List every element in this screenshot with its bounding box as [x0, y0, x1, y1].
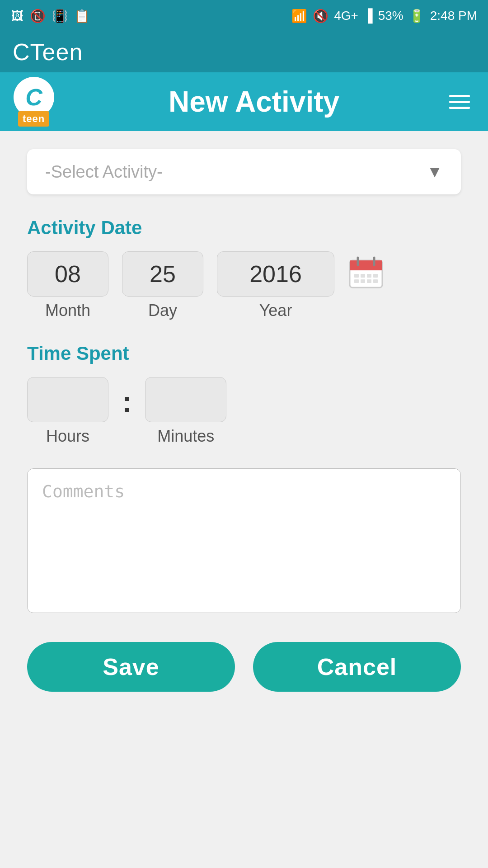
cancel-button[interactable]: Cancel [253, 642, 461, 692]
svg-rect-6 [361, 274, 365, 278]
activity-date-section: Activity Date 08 Month 25 Day 2016 [27, 217, 461, 320]
hours-input[interactable] [27, 377, 108, 422]
hours-field: Hours [27, 377, 108, 446]
svg-rect-11 [367, 279, 371, 283]
minutes-label: Minutes [157, 427, 214, 446]
chevron-down-icon: ▼ [427, 162, 443, 181]
svg-rect-2 [350, 268, 382, 270]
day-value: 25 [150, 260, 176, 288]
menu-line-2 [449, 101, 470, 103]
minutes-input[interactable] [145, 377, 226, 422]
year-input[interactable]: 2016 [217, 251, 334, 297]
year-label: Year [259, 301, 292, 320]
year-value: 2016 [249, 260, 302, 288]
svg-rect-9 [354, 279, 359, 283]
year-field: 2016 Year [217, 251, 334, 320]
menu-button[interactable] [445, 90, 474, 113]
svg-rect-7 [367, 274, 371, 278]
menu-line-3 [449, 107, 470, 109]
calendar-button[interactable] [348, 255, 384, 293]
page-header: C teen New Activity [0, 72, 488, 131]
day-field: 25 Day [122, 251, 203, 320]
month-label: Month [45, 301, 90, 320]
minutes-field: Minutes [145, 377, 226, 446]
save-button[interactable]: Save [27, 642, 235, 692]
battery-level: 53% [378, 9, 404, 23]
month-value: 08 [55, 260, 81, 288]
status-icons: 🖼 📵 📳 📋 [11, 9, 90, 24]
battery-icon: 🔋 [409, 9, 425, 24]
logo: C teen [14, 77, 63, 127]
hours-label: Hours [46, 427, 89, 446]
comments-section [27, 468, 461, 615]
call-icon: 📵 [30, 9, 46, 24]
select-activity-dropdown[interactable]: -Select Activity- ▼ [27, 149, 461, 194]
date-fields: 08 Month 25 Day 2016 Year [27, 251, 461, 320]
status-bar: 🖼 📵 📳 📋 📶 🔇 4G+ ▐ 53% 🔋 2:48 PM [0, 0, 488, 32]
svg-rect-8 [373, 274, 378, 278]
logo-letter: C [25, 84, 42, 111]
mute-icon: 🔇 [313, 9, 328, 24]
app-bar: CTeen [0, 32, 488, 72]
page-title: New Activity [63, 85, 445, 118]
signal-icon: ▐ [364, 9, 373, 23]
main-content: -Select Activity- ▼ Activity Date 08 Mon… [0, 131, 488, 868]
time-spent-label: Time Spent [27, 343, 461, 364]
time-fields: Hours : Minutes [27, 377, 461, 446]
month-field: 08 Month [27, 251, 108, 320]
status-right: 📶 🔇 4G+ ▐ 53% 🔋 2:48 PM [291, 9, 477, 24]
nfc-icon: 📶 [291, 9, 307, 24]
comments-textarea[interactable] [27, 468, 461, 613]
time-separator: : [117, 385, 136, 419]
time-spent-section: Time Spent Hours : Minutes [27, 343, 461, 446]
app-title: CTeen [13, 38, 83, 66]
menu-line-1 [449, 95, 470, 97]
day-input[interactable]: 25 [122, 251, 203, 297]
network-icon: 4G+ [334, 9, 358, 23]
clipboard-icon: 📋 [74, 9, 90, 24]
svg-rect-5 [354, 274, 359, 278]
clock: 2:48 PM [430, 9, 477, 23]
logo-badge: teen [18, 111, 49, 127]
voicemail-icon: 📳 [52, 9, 68, 24]
photo-icon: 🖼 [11, 9, 23, 24]
day-label: Day [148, 301, 177, 320]
svg-rect-10 [361, 279, 365, 283]
svg-rect-12 [373, 279, 378, 283]
activity-date-label: Activity Date [27, 217, 461, 239]
action-buttons: Save Cancel [27, 642, 461, 692]
calendar-icon [348, 255, 384, 291]
select-activity-placeholder: -Select Activity- [45, 162, 163, 182]
month-input[interactable]: 08 [27, 251, 108, 297]
